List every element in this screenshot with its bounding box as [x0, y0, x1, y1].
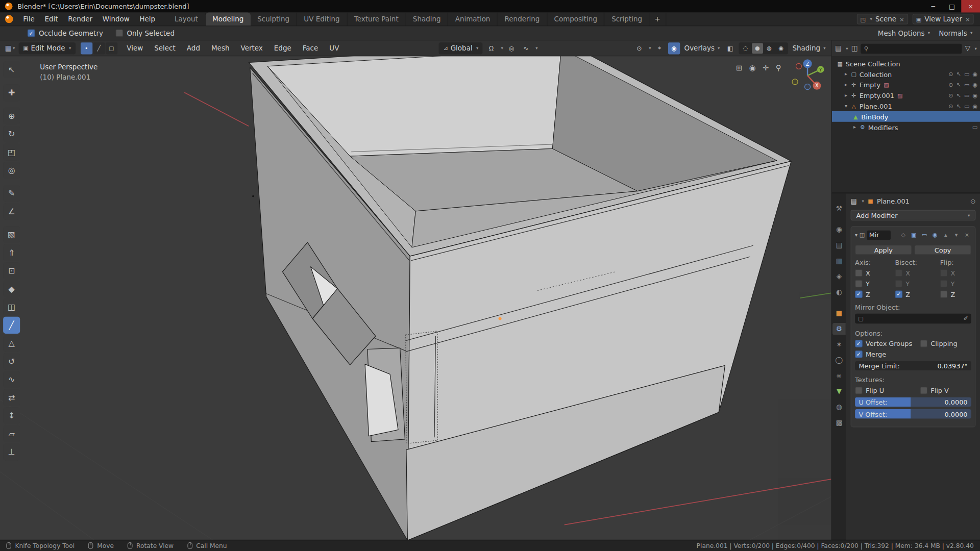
tab-animation[interactable]: Animation — [448, 12, 498, 26]
gizmo-neg-x-axis[interactable] — [796, 63, 801, 69]
gizmo-neg-y-axis[interactable] — [792, 79, 798, 85]
edge-select-button[interactable]: ╱ — [93, 42, 105, 54]
props-tab-tool[interactable]: ⚒ — [832, 203, 846, 214]
props-tab-render[interactable]: ◉ — [832, 223, 846, 235]
hide-eye-icon[interactable]: ⊙ — [948, 92, 953, 98]
menu-mesh[interactable]: Mesh — [207, 44, 234, 52]
only-selected-checkbox[interactable] — [115, 30, 123, 37]
menu-select[interactable]: Select — [150, 44, 180, 52]
solid-shading-button[interactable]: ● — [752, 43, 763, 54]
tool-shrink-fatten[interactable]: ↕ — [3, 407, 20, 424]
props-tab-view-layer[interactable]: ▥ — [832, 255, 846, 267]
outliner-row-empty-001[interactable]: ▸ ✛ Empty.001 ▨ ⊙ ↖ ▭ ◉ — [832, 90, 980, 101]
outliner-row-binbody[interactable]: ▲ BinBody — [832, 111, 980, 122]
tool-rip-region[interactable]: ⊥ — [3, 443, 20, 460]
tool-knife[interactable]: ╱ — [3, 317, 20, 334]
viewport-visibility-icon[interactable]: ▭ — [964, 71, 969, 77]
menu-add[interactable]: Add — [182, 44, 204, 52]
mode-dropdown[interactable]: ▣ Edit Mode ▾ — [19, 42, 76, 54]
bisect-z-checkbox[interactable] — [895, 290, 902, 298]
axis-z-checkbox[interactable] — [855, 290, 863, 298]
browse-scene-icon[interactable]: ◳ — [861, 16, 866, 22]
menu-uv[interactable]: UV — [325, 44, 344, 52]
tool-rotate[interactable]: ↻ — [3, 126, 20, 142]
vertex-groups-checkbox[interactable] — [855, 340, 863, 347]
flip-x-checkbox[interactable] — [940, 269, 948, 277]
menu-edit[interactable]: Edit — [40, 12, 63, 26]
grid-perspective-icon[interactable]: ⊞ — [736, 64, 742, 72]
props-tab-output[interactable]: ▤ — [832, 239, 846, 251]
show-gizmo-icon[interactable]: ⌖ — [654, 42, 666, 54]
tool-inset-faces[interactable]: ⊡ — [3, 262, 20, 279]
merge-checkbox[interactable] — [855, 350, 863, 358]
mesh-options-dropdown[interactable]: Mesh Options ▾ — [878, 29, 930, 37]
tab-sculpting[interactable]: Sculpting — [251, 12, 297, 26]
merge-limit-slider[interactable]: Merge Limit: 0.03937" — [855, 361, 971, 370]
bisect-y-checkbox[interactable] — [895, 280, 902, 288]
bisect-x-checkbox[interactable] — [895, 269, 902, 277]
selectable-icon[interactable]: ↖ — [957, 71, 961, 77]
props-tab-material[interactable]: ◍ — [832, 401, 846, 413]
hide-eye-icon[interactable]: ⊙ — [948, 103, 953, 109]
tool-transform[interactable]: ◎ — [3, 162, 20, 179]
filter-funnel-icon[interactable]: ▽ — [965, 44, 970, 53]
shading-dropdown[interactable]: Shading ▾ — [791, 44, 827, 52]
overlays-dropdown[interactable]: Overlays ▾ — [682, 44, 722, 52]
render-visibility-icon[interactable]: ◉ — [972, 71, 977, 77]
flip-v-checkbox[interactable] — [920, 387, 927, 394]
editmode-display-toggle[interactable]: ▣ — [910, 232, 918, 238]
view-layer-selector[interactable]: ▣ View Layer × — [912, 14, 973, 24]
axis-x-checkbox[interactable] — [855, 269, 863, 277]
editor-type-button[interactable]: ▦ ▾ — [4, 44, 16, 52]
outliner-row-collection[interactable]: ▸ ▢ Collection ⊙ ↖ ▭ ◉ — [832, 69, 980, 80]
props-tab-physics[interactable]: ◯ — [832, 354, 846, 366]
properties-editor-icon[interactable]: ▤ — [851, 197, 857, 205]
tab-scripting[interactable]: Scripting — [605, 12, 650, 26]
tab-shading[interactable]: Shading — [406, 12, 448, 26]
tool-smooth[interactable]: ∿ — [3, 371, 20, 388]
render-display-toggle[interactable]: ◉ — [930, 232, 939, 238]
props-tab-texture[interactable]: ▩ — [832, 417, 846, 429]
transform-orientation-dropdown[interactable]: ⊿ Global ▾ — [439, 42, 483, 54]
hide-eye-icon[interactable]: ⊙ — [948, 71, 953, 77]
viewport-visibility-icon[interactable]: ▭ — [964, 92, 969, 98]
normals-dropdown[interactable]: Normals ▾ — [939, 29, 972, 37]
expand-icon[interactable]: ▸ — [851, 124, 858, 130]
tool-measure[interactable]: ∠ — [3, 203, 20, 220]
outliner-row-plane-001[interactable]: ▾ △ Plane.001 ⊙ ↖ ▭ ◉ — [832, 101, 980, 111]
tool-select-box[interactable]: ↖ — [3, 61, 20, 78]
apply-button[interactable]: Apply — [855, 245, 912, 255]
tab-rendering[interactable]: Rendering — [498, 12, 547, 26]
only-selected-option[interactable]: Only Selected — [115, 29, 175, 37]
wireframe-shading-button[interactable]: ◌ — [740, 43, 751, 54]
zoom-icon[interactable]: ⚲ — [776, 64, 781, 72]
move-up-icon[interactable]: ▴ — [941, 232, 950, 238]
occlude-geometry-option[interactable]: Occlude Geometry — [28, 29, 103, 37]
tool-extrude[interactable]: ⇑ — [3, 244, 20, 261]
cage-display-toggle[interactable]: ◇ — [899, 232, 908, 238]
menu-vertex[interactable]: Vertex — [236, 44, 267, 52]
tab-uv-editing[interactable]: UV Editing — [297, 12, 347, 26]
overlays-toggle-icon[interactable]: ◉ — [668, 42, 680, 54]
pan-hand-icon[interactable]: ✛ — [763, 64, 769, 72]
render-visibility-icon[interactable]: ◉ — [972, 92, 977, 98]
menu-face[interactable]: Face — [298, 44, 323, 52]
copy-button[interactable]: Copy — [914, 245, 971, 255]
render-visibility-icon[interactable]: ◉ — [972, 82, 977, 88]
props-tab-modifiers[interactable]: ⚙ — [832, 323, 846, 335]
tool-spin[interactable]: ↺ — [3, 353, 20, 370]
pivot-point-icon[interactable]: ⊙ — [633, 42, 645, 54]
occlude-geometry-checkbox[interactable] — [28, 30, 35, 37]
xray-toggle-icon[interactable]: ◧ — [724, 42, 736, 54]
gizmo-neg-z-axis[interactable] — [805, 84, 811, 90]
viewport-visibility-icon[interactable]: ▭ — [964, 103, 969, 109]
menu-render[interactable]: Render — [63, 12, 97, 26]
clipping-checkbox[interactable] — [920, 340, 927, 347]
viewport-canvas[interactable] — [0, 41, 831, 540]
flip-y-checkbox[interactable] — [940, 280, 948, 288]
expand-icon[interactable]: ▸ — [843, 92, 849, 98]
outliner-row-modifiers[interactable]: ▸ ⚙ Modifiers ▭ — [832, 122, 980, 133]
rendered-shading-button[interactable]: ◉ — [775, 43, 787, 54]
selectable-icon[interactable]: ↖ — [957, 82, 961, 88]
menu-edge[interactable]: Edge — [270, 44, 296, 52]
